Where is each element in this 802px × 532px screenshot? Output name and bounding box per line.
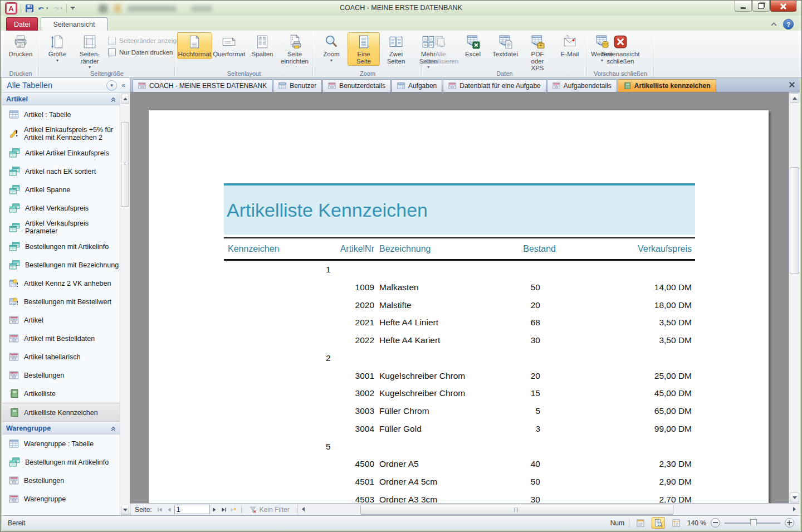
scrollbar-thumb[interactable] (790, 167, 799, 274)
seitenraender-button[interactable]: Seiten- ränder ▾ (74, 32, 106, 71)
nav-group-warengruppe[interactable]: Warengruppe (2, 422, 120, 435)
scroll-down-button[interactable] (790, 492, 799, 502)
report-view-button[interactable] (634, 517, 647, 529)
report-title-band: Artikelliste Kennzeichen (224, 186, 695, 235)
scroll-up-button[interactable] (121, 94, 129, 104)
cell-verkaufspreis: 3,50 DM (540, 318, 695, 328)
document-tab-label: Datenblatt für eine Aufgabe (459, 82, 540, 90)
scroll-left-button[interactable] (299, 505, 308, 514)
restore-button[interactable] (752, 1, 770, 12)
hochformat-button[interactable]: Hochformat (177, 32, 212, 59)
zoom-button[interactable]: Zoom ▾ (315, 32, 348, 64)
nav-item[interactable]: Artikel : Tabelle (2, 105, 120, 124)
pdf-xps-export-button[interactable]: PDF oder XPS (521, 32, 554, 73)
document-tab[interactable]: Datenblatt für eine Aufgabe (443, 79, 546, 92)
nav-item[interactable]: Bestellungen mit Artikelinfo (2, 237, 120, 256)
tab-seitenansicht[interactable]: Seitenansicht (41, 17, 107, 31)
cell-artikelnr: 3002 (324, 388, 374, 398)
document-tab[interactable]: COACH - MEINE ERSTE DATENBANK (133, 79, 272, 92)
minimize-button[interactable] (735, 1, 752, 12)
nav-item[interactable]: Artikel Verkaufspreis Parameter (2, 217, 120, 237)
nav-item[interactable]: Bestellungen (2, 366, 120, 384)
nav-item-selected[interactable]: Artikelliste Kennzeichen (2, 403, 120, 422)
seitenraender-anzeigen-checkbox[interactable]: Seitenränder anzeigen (108, 37, 184, 45)
no-filter-button[interactable]: Kein Filter (244, 504, 294, 515)
document-tab[interactable]: Benutzerdetails (322, 79, 391, 92)
nav-item[interactable]: Artikel (2, 311, 120, 329)
document-tab[interactable]: Benutzer (273, 79, 322, 92)
new-record-button[interactable] (229, 505, 238, 514)
nav-item[interactable]: Warengruppe (2, 490, 120, 508)
first-page-button[interactable] (155, 505, 165, 514)
last-page-button[interactable] (219, 505, 229, 514)
nav-item[interactable]: Artikel Verkaufspreis (2, 199, 120, 217)
nur-daten-drucken-checkbox[interactable]: Nur Daten drucken (108, 48, 184, 56)
querformat-button[interactable]: Querformat (212, 32, 246, 59)
scrollbar-thumb[interactable] (121, 122, 129, 207)
page-number-input[interactable] (174, 505, 210, 514)
alle-aktualisieren-button[interactable]: Alle aktualisieren (424, 32, 457, 66)
nav-item-label: Bestellungen (24, 477, 64, 485)
document-tab[interactable]: Aufgabendetails (547, 79, 617, 92)
layout-view-button[interactable] (669, 517, 683, 529)
nav-item[interactable]: Bestellungen (2, 471, 120, 490)
nav-item[interactable]: Bestellungen mit Bezeichnung (2, 256, 120, 274)
collapse-group-icon (110, 426, 116, 432)
email-button[interactable]: E-Mail (554, 32, 586, 59)
close-document-icon[interactable] (789, 81, 795, 88)
minimize-icon (741, 7, 746, 9)
print-preview-area[interactable]: Artikelliste Kennzeichen Kennzeichen Art… (130, 92, 800, 503)
page-margins-icon (82, 35, 97, 49)
nav-item-label: Artikel Einkaufspreis +5% für Artikel mi… (24, 126, 119, 141)
eine-seite-button[interactable]: Eine Seite (348, 32, 380, 66)
nav-item[interactable]: Artikel tabellarisch (2, 348, 120, 366)
zoom-in-button[interactable] (785, 518, 794, 528)
nav-group-artikel[interactable]: Artikel (2, 93, 120, 105)
horizontal-scrollbar[interactable] (297, 504, 800, 515)
drucken-button[interactable]: Drucken (4, 32, 37, 59)
nav-item[interactable]: Artikel Kennz 2 VK anheben (2, 274, 120, 292)
tab-datei[interactable]: Datei (6, 17, 38, 31)
nav-item[interactable]: Artikelliste (2, 384, 120, 403)
nav-pane-header[interactable]: Alle Tabellen ▼ « (2, 78, 130, 93)
nav-item[interactable]: Artikel mit Bestelldaten (2, 329, 120, 348)
nav-pane-scrollbar[interactable] (120, 93, 130, 515)
document-tab[interactable]: Aufgaben (392, 79, 442, 92)
excel-export-button[interactable]: Excel (457, 32, 489, 59)
nav-item[interactable]: Bestellungen mit Bestellwert (2, 292, 120, 311)
previous-page-button[interactable] (165, 505, 174, 514)
nav-item[interactable]: Artikel Artikel Einkaufspreis (2, 144, 120, 162)
shutter-close-icon[interactable]: « (120, 81, 127, 89)
spalten-button[interactable]: Spalten (246, 32, 278, 59)
help-icon[interactable]: ? (783, 19, 794, 30)
zwei-seiten-button[interactable]: Zwei Seiten (380, 32, 412, 66)
spalten-label: Spalten (251, 51, 273, 58)
scroll-up-button[interactable] (790, 93, 799, 103)
scrollbar-thumb[interactable] (360, 505, 673, 515)
groesse-button[interactable]: Größe ▾ (41, 32, 74, 64)
print-preview-button[interactable] (652, 517, 665, 529)
dropdown-arrow-icon: ▾ (56, 58, 58, 63)
zoom-out-button[interactable] (711, 518, 720, 528)
report-page[interactable]: Artikelliste Kennzeichen Kennzeichen Art… (149, 110, 769, 503)
seite-einrichten-button[interactable]: Seite einrichten (278, 32, 311, 66)
zoom-slider-thumb[interactable] (750, 519, 757, 528)
nav-item[interactable]: Warengruppe : Tabelle (2, 435, 120, 453)
zoom-slider[interactable] (725, 523, 780, 524)
collapse-ribbon-icon[interactable] (770, 22, 777, 27)
nav-item[interactable]: Artikel Einkaufspreis +5% für Artikel mi… (2, 124, 120, 144)
nav-item[interactable]: Bestellungen mit Artikelinfo (2, 453, 120, 471)
nav-item[interactable]: Artikel Spanne (2, 180, 120, 199)
nav-item[interactable]: Artikel nach EK sortiert (2, 162, 120, 180)
textdatei-label: Textdatei (492, 51, 518, 58)
seitenansicht-schliessen-button[interactable]: Seitenansicht schließen (598, 32, 642, 66)
document-tab-active[interactable]: Artikelliste kennzeichen (618, 79, 716, 92)
scroll-right-button[interactable] (790, 505, 799, 514)
close-button[interactable] (770, 1, 796, 12)
textdatei-export-button[interactable]: Textdatei (489, 32, 521, 59)
dropdown-circle-icon[interactable]: ▼ (106, 80, 117, 91)
cell-bestand: 30 (514, 335, 540, 345)
next-page-button[interactable] (210, 505, 219, 514)
vertical-scrollbar[interactable] (789, 92, 800, 503)
scroll-down-button[interactable] (121, 505, 129, 515)
